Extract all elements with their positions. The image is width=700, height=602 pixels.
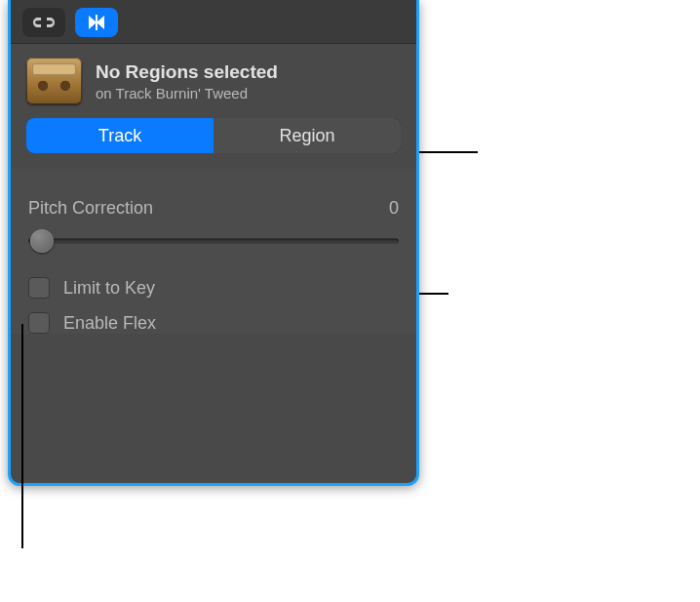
panel-toolbar [11,0,416,44]
track-region-segmented: Track Region [26,118,401,153]
callout-line-checkbox [21,324,23,548]
limit-to-key-checkbox[interactable] [28,277,50,299]
inspector-content: Pitch Correction 0 Limit to Key Enable F… [11,169,416,334]
editor-inspector-panel: No Regions selected on Track Burnin' Twe… [8,0,419,486]
catch-playhead-button[interactable] [75,8,118,37]
callout-line-segmented [419,151,478,153]
header-title: No Regions selected [96,61,278,83]
pitch-correction-row: Pitch Correction 0 [28,198,399,219]
pitch-correction-slider[interactable] [28,228,399,254]
enable-flex-row: Enable Flex [28,312,399,334]
region-header: No Regions selected on Track Burnin' Twe… [11,44,416,114]
slider-thumb[interactable] [30,229,54,253]
header-subtitle: on Track Burnin' Tweed [96,85,278,101]
track-thumbnail [26,58,82,104]
limit-to-key-label: Limit to Key [63,278,155,299]
segment-region[interactable]: Region [214,118,401,153]
limit-to-key-row: Limit to Key [28,277,399,299]
svg-rect-0 [96,15,97,30]
enable-flex-label: Enable Flex [63,313,156,334]
slider-track [28,239,399,244]
catch-icon [83,14,110,31]
segment-track[interactable]: Track [26,118,214,153]
pitch-correction-label: Pitch Correction [28,198,153,219]
link-button[interactable] [22,8,65,37]
pitch-correction-value: 0 [389,198,399,219]
link-icon [30,15,58,30]
enable-flex-checkbox[interactable] [28,312,50,334]
callout-line-slider [419,293,448,295]
